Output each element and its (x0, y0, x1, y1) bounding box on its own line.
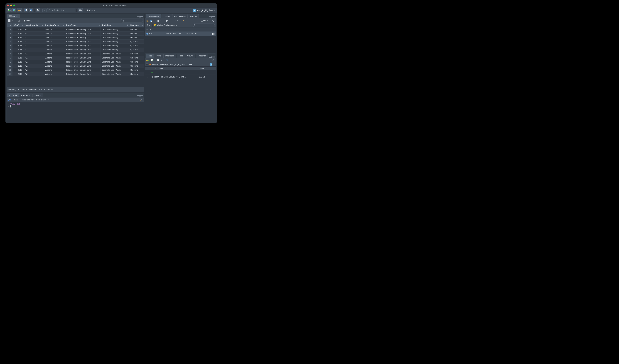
back-button[interactable] (8, 19, 11, 22)
table-row[interactable]: 52015AZArizonaTobacco Use – Survey DataC… (7, 44, 144, 48)
titlebar: Intro_to_R_class - RStudio (5, 3, 217, 7)
load-workspace-icon[interactable] (146, 19, 149, 22)
refresh-icon[interactable] (212, 19, 215, 22)
tab-environment[interactable]: Environment (146, 14, 161, 18)
delete-icon[interactable] (156, 59, 159, 61)
pane-maximize-icon[interactable] (212, 56, 215, 58)
r-project-icon[interactable]: R (210, 63, 212, 66)
clear-env-icon[interactable] (182, 19, 185, 22)
close-icon[interactable]: ✕ (29, 94, 30, 96)
breadcrumb-item[interactable]: Desktop (160, 63, 168, 66)
table-row[interactable]: 12015AZArizonaTobacco Use – Survey DataC… (7, 27, 144, 31)
project-menu[interactable]: R Intro_to_R_class ▾ (192, 9, 216, 12)
pane-minimize-icon[interactable] (209, 56, 212, 58)
close-icon[interactable]: ✕ (16, 15, 18, 17)
tab-viewer[interactable]: Viewer (185, 54, 196, 58)
save-all-button[interactable] (29, 8, 33, 12)
new-file-button[interactable]: ▾ (7, 8, 12, 12)
breadcrumb-item[interactable]: Intro_to_R_class (170, 63, 185, 66)
new-project-button[interactable] (12, 8, 16, 12)
table-row[interactable]: 72015AZArizonaTobacco Use – Survey DataC… (7, 52, 144, 56)
pane-maximize-icon[interactable] (140, 95, 143, 97)
tab-presentation[interactable]: Presenta (196, 54, 208, 58)
tab-render[interactable]: Render✕ (19, 93, 32, 97)
table-row[interactable]: 122015AZArizonaTobacco Use – Survey Data… (7, 72, 144, 76)
memory-usage[interactable]: 1.17 GiB ▾ (165, 19, 179, 22)
col-size[interactable]: Size (200, 67, 216, 69)
tab-jobs[interactable]: Jobs✕ (32, 93, 43, 97)
col-header[interactable]: YEAR▴▾ (12, 23, 24, 27)
table-row[interactable]: 42015AZArizonaTobacco Use – Survey DataC… (7, 40, 144, 44)
expand-icon[interactable]: ▶ (146, 33, 148, 35)
env-search-input[interactable] (193, 24, 215, 27)
new-folder-icon[interactable] (146, 59, 149, 61)
tab-tutorial[interactable]: Tutorial (188, 14, 199, 18)
popout-icon[interactable] (17, 19, 20, 22)
table-row[interactable]: 32015AZArizonaTobacco Use – Survey DataC… (7, 36, 144, 40)
col-header[interactable]: ▲ (7, 23, 12, 27)
col-header[interactable]: LocationDesc▴▾ (44, 23, 65, 27)
close-icon[interactable]: ✕ (40, 94, 41, 96)
table-row[interactable]: 112015AZArizonaTobacco Use – Survey Data… (7, 68, 144, 72)
tab-connections[interactable]: Connections (172, 14, 188, 18)
more-icon[interactable]: ▾ (165, 59, 170, 61)
tab-packages[interactable]: Packages (163, 54, 176, 58)
file-checkbox[interactable] (147, 76, 149, 78)
save-workspace-icon[interactable] (150, 19, 153, 22)
table-row[interactable]: 102015AZArizonaTobacco Use – Survey Data… (7, 64, 144, 68)
more-path-icon[interactable]: ... (213, 63, 215, 66)
console-body[interactable]: > View(dat)> (7, 102, 144, 122)
minimize-button[interactable] (10, 4, 12, 6)
panes-layout-button[interactable]: ▾ (78, 8, 83, 12)
addins-button[interactable]: Addins ▾ (85, 8, 96, 12)
pane-minimize-icon[interactable] (137, 16, 140, 18)
col-header[interactable]: TopicType▴▾ (65, 23, 100, 27)
table-row[interactable]: 22015AZArizonaTobacco Use – Survey DataC… (7, 31, 144, 36)
tab-console[interactable]: Console (7, 93, 19, 97)
print-button[interactable] (36, 8, 40, 12)
home-icon[interactable] (149, 64, 151, 65)
table-row[interactable]: 82015AZArizonaTobacco Use – Survey DataC… (7, 56, 144, 60)
open-file-button[interactable]: ▾ (17, 8, 22, 12)
files-refresh-icon[interactable] (212, 59, 215, 61)
goto-file-input[interactable] (47, 8, 75, 12)
col-header[interactable]: LocationAbbr▴▾ (24, 23, 44, 27)
new-file-icon[interactable]: ▾ (150, 59, 155, 61)
pane-minimize-icon[interactable] (137, 95, 140, 97)
pane-maximize-icon[interactable] (140, 16, 143, 18)
file-row-parent[interactable]: .. (145, 70, 216, 75)
table-row[interactable]: 62015AZArizonaTobacco Use – Survey DataC… (7, 48, 144, 52)
filter-button[interactable]: Filter (24, 19, 31, 22)
close-button[interactable] (7, 4, 9, 6)
data-search-input[interactable] (121, 19, 143, 22)
tab-help[interactable]: Help (177, 54, 185, 58)
pane-minimize-icon[interactable] (209, 16, 212, 18)
rename-icon[interactable] (161, 59, 163, 61)
scope-selector[interactable]: Global Environment ▾ (154, 24, 177, 26)
svg-rect-31 (161, 60, 162, 61)
view-mode-button[interactable]: List ▾ (200, 19, 209, 22)
col-name[interactable]: ▲ Name (150, 67, 200, 69)
pane-maximize-icon[interactable] (212, 16, 215, 18)
tab-history[interactable]: History (162, 14, 172, 18)
breadcrumb-item[interactable]: data (188, 63, 192, 66)
import-dataset-button[interactable]: ▾ (156, 20, 161, 22)
file-row[interactable]: Youth_Tobacco_Survey_YTS_Da...2.5 MB (145, 75, 216, 79)
forward-button[interactable] (11, 19, 14, 22)
select-all-checkbox[interactable] (146, 63, 148, 65)
view-data-icon[interactable] (212, 33, 214, 35)
table-row[interactable]: 92015AZArizonaTobacco Use – Survey DataC… (7, 60, 144, 64)
tab-plots[interactable]: Plots (155, 54, 163, 58)
maximize-button[interactable] (13, 4, 15, 6)
save-button[interactable] (24, 8, 28, 12)
clear-console-icon[interactable] (140, 98, 142, 101)
r-engine-button[interactable]: R ▾ (146, 24, 151, 26)
goto-wd-icon[interactable] (47, 98, 50, 101)
tab-dat[interactable]: dat ✕ (7, 14, 20, 18)
goto-arrow-icon[interactable] (42, 8, 46, 12)
col-header[interactable]: TopicDesc▴▾ (100, 23, 129, 27)
breadcrumb-item[interactable]: Home (152, 63, 158, 66)
col-header[interactable]: Measure▴▾ (129, 23, 144, 27)
tab-files[interactable]: Files (146, 54, 154, 58)
env-variable-row[interactable]: ▶dat9794 obs. of 31 variables (145, 31, 216, 36)
